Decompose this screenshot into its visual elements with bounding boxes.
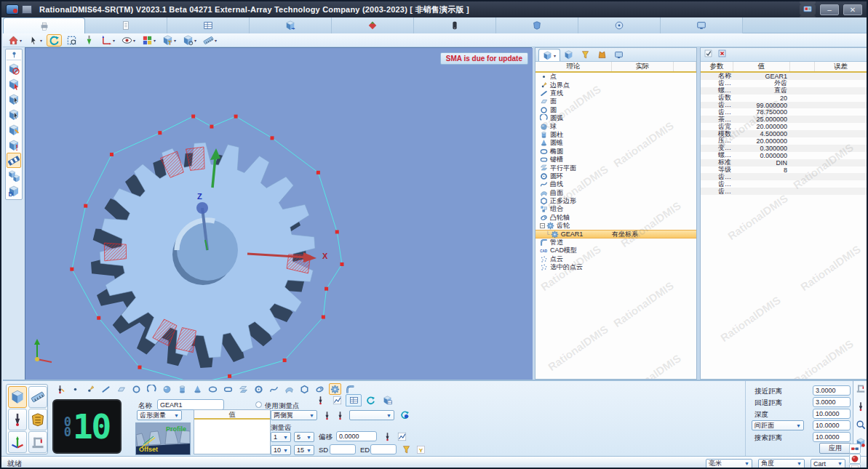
left-tool-cube-pencil[interactable] (7, 122, 21, 137)
minimize-button[interactable]: – (820, 4, 839, 15)
shape-plane-button[interactable] (115, 383, 127, 395)
left-tool-cube-no[interactable] (7, 61, 21, 76)
tree-item-选中的点云[interactable]: 选中的点云 (535, 263, 696, 271)
status-y-tool-icon[interactable]: Y (849, 464, 861, 469)
close-button[interactable]: ✕ (843, 4, 862, 15)
tree-tab-screen[interactable] (610, 49, 627, 61)
measure-type-select[interactable]: 齿形测量▼ (137, 410, 182, 420)
left-tool-cube-cursor[interactable] (7, 92, 21, 107)
y-tool-button[interactable]: Y (415, 444, 427, 455)
flank-select[interactable]: 两侧翼▼ (271, 410, 317, 420)
field-input-深度[interactable] (813, 409, 851, 419)
left-tool-cube-excl[interactable]: ! (7, 137, 21, 153)
left-tool-cube-multi[interactable] (7, 168, 21, 183)
shape-cone-button[interactable] (191, 383, 204, 395)
status-plug-icon[interactable] (849, 444, 861, 454)
value-list[interactable]: 值 (194, 409, 271, 454)
view-tab-rotate-c[interactable] (362, 394, 378, 406)
app-tab-printer[interactable] (3, 17, 85, 33)
rotate-tool-button[interactable] (47, 34, 62, 47)
mode-button-shield-gold[interactable] (28, 409, 47, 430)
left-tool-ruler-blue[interactable] (7, 153, 21, 168)
column-error[interactable]: 误差 (815, 62, 867, 71)
cursor-tool-button[interactable]: ▾ (26, 34, 44, 47)
measure-tool-button[interactable]: ▾ (201, 34, 219, 47)
app-tab-shield[interactable] (496, 17, 578, 33)
app-tab-diamond[interactable] (332, 17, 414, 33)
shape-boundary-point-button[interactable] (84, 383, 97, 395)
column-actual[interactable]: 实际 (612, 62, 674, 71)
probe-select[interactable]: ▼ (349, 410, 394, 420)
shape-pipe-button[interactable] (344, 383, 357, 395)
units-select[interactable]: 毫米▼ (706, 459, 752, 469)
chart-button[interactable] (396, 431, 408, 442)
marquee-tool-button[interactable] (64, 34, 79, 47)
column-parameter[interactable]: 参数 (701, 62, 733, 71)
angle-select[interactable]: 角度▼ (758, 459, 805, 469)
shape-line-button[interactable] (100, 383, 112, 395)
shape-camshaft-button[interactable] (314, 383, 326, 395)
tree-item-面[interactable]: 面 (535, 97, 696, 105)
shape-arc-button[interactable] (146, 383, 158, 395)
probe-red-button[interactable] (381, 431, 394, 442)
strip-magnifier-button[interactable] (856, 420, 866, 433)
view-tab-probe-red[interactable] (312, 394, 328, 406)
funnel-button[interactable] (400, 444, 413, 455)
pin-icon[interactable] (7, 50, 21, 60)
monitor-red-button[interactable] (800, 4, 816, 15)
shape-cylinder-button[interactable] (176, 383, 188, 395)
param-check-icon[interactable] (704, 48, 713, 61)
mode-button-cube-solid[interactable] (8, 386, 27, 408)
axes-tool-button[interactable]: ▾ (99, 34, 117, 47)
field-input-间距面[interactable] (813, 420, 851, 430)
strip-machine-button[interactable] (856, 383, 866, 396)
name-input[interactable] (157, 399, 224, 410)
app-tab-table[interactable] (167, 17, 250, 33)
ed-input[interactable] (370, 444, 397, 454)
tree-tab-vest[interactable] (594, 49, 610, 61)
left-tool-cube-cursor-red[interactable] (7, 76, 21, 92)
app-tab-document[interactable] (85, 17, 167, 33)
shape-parallel-planes-button[interactable] (237, 383, 250, 395)
view-tab-chart[interactable] (329, 394, 345, 406)
menu-icon[interactable] (22, 5, 32, 14)
sd-input[interactable] (330, 444, 356, 454)
use-measure-points-checkbox[interactable] (255, 401, 262, 408)
shape-surface-button[interactable] (283, 383, 295, 395)
field-input-接近距离[interactable] (813, 385, 851, 396)
field-input-搜索距离[interactable] (813, 432, 851, 442)
app-tab-device[interactable] (414, 17, 496, 33)
param-close-icon[interactable] (717, 48, 727, 61)
tooth-select-1[interactable]: 1▼ (271, 432, 291, 442)
eye-tool-button[interactable]: ▾ (119, 34, 138, 47)
mode-button-caliper[interactable] (28, 386, 47, 408)
shape-circle-button[interactable] (130, 383, 143, 395)
status-sphere-red-icon[interactable] (849, 454, 861, 464)
coord-select[interactable]: Cart▼ (811, 459, 845, 469)
collapse-box[interactable]: − (540, 223, 545, 228)
tooth-select-2[interactable]: 5▼ (294, 432, 314, 442)
column-value[interactable]: 值 (733, 62, 790, 71)
param-row[interactable]: 齿… (701, 188, 867, 195)
probe-red-button[interactable] (334, 410, 346, 421)
text-tool-tool-button[interactable]: T▾ (160, 34, 178, 47)
viewport-3d[interactable]: XZ SMA is due for update (25, 47, 532, 380)
mode-button-machine[interactable] (28, 431, 47, 453)
tree-item-直线[interactable]: 直线 (535, 89, 696, 97)
tooth-select-4[interactable]: 15▼ (294, 445, 314, 455)
record-box-tool-button[interactable]: ▾ (180, 34, 199, 47)
shape-point-button[interactable] (69, 383, 81, 395)
shape-curve-button[interactable] (268, 383, 280, 395)
sma-update-badge[interactable]: SMA is due for update (440, 52, 528, 65)
tree-tab-solids[interactable]: ▾ (538, 49, 560, 61)
refresh-button[interactable] (399, 409, 411, 420)
tree-tab-cube[interactable] (560, 49, 577, 61)
shape-sphere-button[interactable] (161, 383, 173, 395)
app-tab-cube-arrow[interactable] (250, 17, 332, 33)
mode-button-xyz-axes[interactable] (8, 431, 27, 453)
home-tool-button[interactable]: ▾ (6, 34, 24, 47)
shape-torus-button[interactable] (252, 383, 265, 395)
left-tool-cube-d[interactable]: D (7, 183, 21, 199)
spacing-plane-select[interactable]: 间距面▼ (752, 420, 804, 430)
mode-button-probe-black[interactable] (8, 409, 27, 430)
